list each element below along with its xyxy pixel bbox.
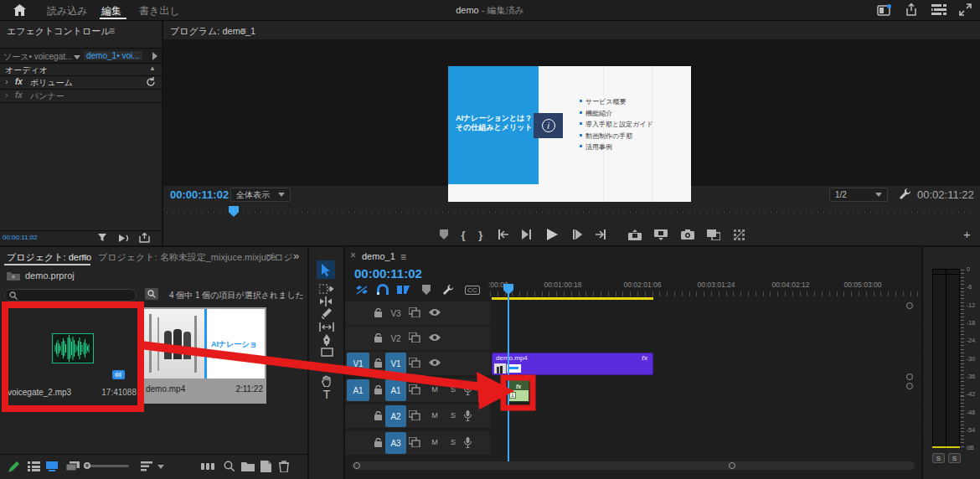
mark-out-icon[interactable]: } [478,229,482,241]
solo-button[interactable]: S [447,384,459,395]
hand-tool[interactable] [319,374,334,387]
zoom-level-select[interactable]: 全体表示 [230,188,291,202]
voiceover-mic-icon[interactable] [464,384,472,395]
track-output-eye-icon[interactable] [429,333,441,342]
track-lane-a2[interactable] [490,404,920,428]
lock-icon[interactable] [374,308,382,317]
track-output-eye-icon[interactable] [429,358,441,367]
sort-icon[interactable] [141,461,154,471]
meter-solo-right-button[interactable]: S [948,453,961,463]
new-item-icon[interactable] [260,461,271,472]
close-tab-icon[interactable]: × [350,250,356,261]
sync-lock-icon[interactable] [409,358,420,368]
meter-solo-left-button[interactable]: S [932,453,945,463]
add-marker-icon[interactable] [422,285,431,295]
play-button-icon[interactable] [546,229,558,240]
project-item-video[interactable]: AIナレーション demo.mp4 2:11:22 [142,307,266,404]
program-scrubber[interactable] [167,208,976,216]
chevron-down-icon[interactable] [157,465,164,469]
track-name-v1[interactable]: V1 [385,353,406,374]
effect-controls-timecode[interactable]: 00:00:11:02 [3,234,38,241]
panel-menu-icon[interactable]: ≡ [240,25,246,37]
automate-to-sequence-icon[interactable] [201,461,216,471]
freeform-view-icon[interactable] [66,461,80,471]
lock-icon[interactable] [374,333,382,343]
timeline-clip-video[interactable]: demo.mp4 fx [492,353,653,375]
project-tab-truncated[interactable]: プロジ [265,251,293,264]
zoom-scroll-handle-left[interactable] [353,462,360,469]
lock-icon[interactable] [374,385,382,394]
nest-toggle-icon[interactable] [355,285,369,296]
ripple-edit-tool[interactable] [319,295,334,307]
export-frame-icon[interactable] [681,229,694,240]
track-lane-a1[interactable] [490,379,920,402]
expander-icon[interactable]: › [5,90,8,100]
source-clip-tab[interactable]: ソース• voicegat... [3,51,72,63]
timeline-timecode[interactable]: 00:00:11:02 [354,266,422,281]
sync-lock-icon[interactable] [409,437,420,447]
vertical-scroll-handle[interactable] [906,302,913,309]
effect-controls-title[interactable]: エフェクトコントロール [7,25,111,38]
slip-tool[interactable] [319,321,334,333]
track-name-a2[interactable]: A2 [385,405,406,427]
panel-menu-icon[interactable]: ≡ [400,251,406,263]
lock-icon[interactable] [374,358,382,368]
track-name-a1[interactable]: A1 [385,379,406,401]
panel-menu-icon[interactable]: ≡ [109,25,115,37]
extract-icon[interactable] [654,229,668,240]
reset-icon[interactable] [146,77,156,87]
razor-tool[interactable] [319,307,334,320]
pen-tool[interactable] [319,333,334,346]
sync-lock-icon[interactable] [409,384,420,394]
captions-icon[interactable]: CC [465,286,480,295]
selection-tool[interactable] [317,260,335,279]
sequence-tab[interactable]: demo_1 [362,251,395,261]
go-to-in-icon[interactable] [496,229,509,240]
list-view-icon[interactable] [28,461,40,471]
lift-icon[interactable] [628,229,642,240]
panel-next-arrow-icon[interactable] [152,52,157,60]
go-to-out-icon[interactable] [595,229,608,240]
panel-menu-icon[interactable]: ≡ [81,251,87,263]
fullscreen-icon[interactable] [959,3,972,16]
effect-row-volume[interactable]: › fx ボリューム [0,76,162,90]
timeline-settings-wrench-icon[interactable] [442,284,454,296]
audio-item-name[interactable]: voicegate_2.mp3 [8,388,71,397]
tab-overflow-icon[interactable]: » [293,250,299,262]
vertical-scroll-handle[interactable] [906,373,913,380]
trash-icon[interactable] [279,461,289,472]
writable-pencil-icon[interactable] [8,461,20,472]
zoom-slider-handle[interactable] [84,462,90,469]
audio-section-header[interactable]: オーディオ ▲ [0,64,162,76]
track-output-eye-icon[interactable] [429,308,441,317]
expander-icon[interactable]: › [5,76,8,86]
lock-icon[interactable] [374,438,382,447]
program-timecode[interactable]: 00:00:11:02 [170,188,229,201]
project-item-audio[interactable]: voicegate_2.mp3 17:41088 [7,310,138,404]
linked-selection-icon[interactable] [397,284,410,296]
rectangle-tool[interactable] [319,346,334,358]
mute-button[interactable]: M [429,409,441,421]
add-button[interactable]: + [963,227,971,241]
collapse-icon[interactable]: ▲ [149,64,156,72]
mute-button[interactable]: M [429,436,441,448]
track-name-v3[interactable]: V3 [385,302,406,324]
source-patch-v1[interactable]: V1 [347,353,369,374]
track-name-a3[interactable]: A3 [385,432,406,454]
lock-icon[interactable] [374,411,382,420]
sequence-clip-tab[interactable]: demo_1• voi... [84,51,142,60]
track-lane-v3[interactable] [490,301,920,325]
chevron-down-icon[interactable] [74,55,80,59]
step-forward-icon[interactable] [571,229,582,240]
type-tool[interactable]: T [319,388,334,400]
new-bin-icon[interactable] [241,461,255,471]
step-back-icon[interactable] [522,229,533,240]
track-select-forward-tool[interactable] [319,282,334,295]
source-patch-a1[interactable]: A1 [347,379,369,401]
timeline-playhead-line[interactable] [508,293,509,463]
solo-button[interactable]: S [447,436,459,448]
add-marker-icon[interactable] [440,229,448,240]
icon-view-icon[interactable] [46,461,58,471]
bin-breadcrumb[interactable]: demo.prproj [25,270,75,281]
mute-button[interactable]: M [429,384,441,395]
